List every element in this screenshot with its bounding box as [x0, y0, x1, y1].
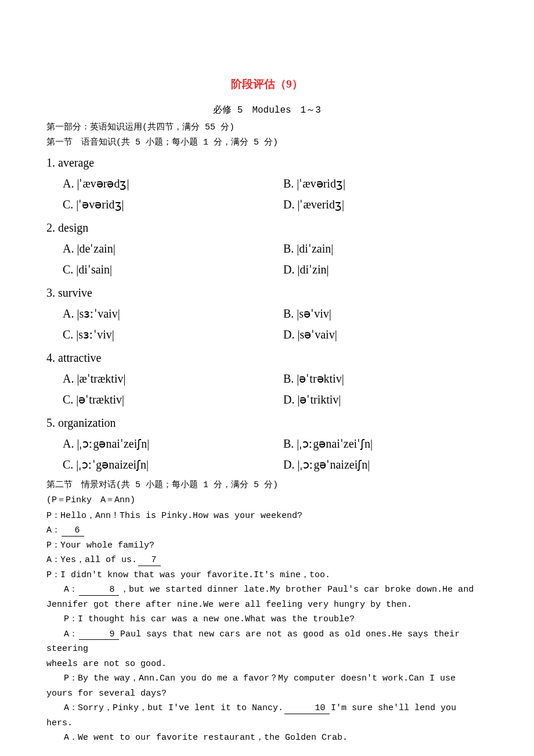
q3-opt-d: D. |səˈvaiv|	[267, 325, 488, 344]
q2-opt-d: D. |diˈzin|	[267, 260, 488, 279]
section1-heading: 第一节 语音知识(共 5 小题；每小题 1 分，满分 5 分)	[46, 136, 488, 150]
q2-options: A. |deˈzain| B. |diˈzain| C. |diˈsain| D…	[46, 238, 488, 280]
dialog-p-3: P：I didn't know that was your favorite.I…	[46, 568, 488, 583]
q2-opt-a: A. |deˈzain|	[46, 239, 267, 258]
dialog-p-2: P：Your whole family?	[46, 538, 488, 553]
section2-heading: 第二节 情景对话(共 5 小题；每小题 1 分，满分 5 分)	[46, 478, 488, 492]
q4-opt-b: B. |əˈtrəktiv|	[267, 369, 488, 388]
dialog-a-1: A： 6	[46, 523, 488, 538]
dialog-a-4: A： 9 Paul says that new cars are not as …	[46, 627, 488, 657]
q3-opt-a: A. |sɜːˈvaiv|	[46, 304, 267, 323]
dialog-p-4: P：I thought his car was a new one.What w…	[46, 612, 488, 627]
blank-10: 10	[284, 704, 330, 714]
q5-word: 5. organization	[46, 413, 488, 432]
dialog-p-5-cont: yours for several days?	[46, 686, 488, 701]
q1-opt-a: A. |ˈævərədʒ|	[46, 174, 267, 193]
q3-word: 3. survive	[46, 283, 488, 302]
dialog-a-3: A： 8 ，but we started dinner late.My brot…	[46, 582, 488, 597]
dialog-a-5-tail: I'm sure she'll lend you	[331, 703, 456, 713]
q5-opt-a: A. |ˌɔːgənaiˈzeiʃn|	[46, 434, 267, 453]
subtitle: 必修 5 Modules 1～3	[46, 103, 488, 118]
blank-6: 6	[62, 526, 84, 537]
q5-opt-b: B. |ˌɔːgənaiˈzeiˈʃn|	[267, 434, 488, 453]
dialog-a-1-prefix: A：	[46, 525, 60, 535]
q2-opt-c: C. |diˈsain|	[46, 260, 267, 279]
q1-word: 1. average	[46, 153, 488, 172]
q3-opt-c: C. |sɜːˈviv|	[46, 325, 267, 344]
dialog-a-3-cont: Jennifer got there after nine.We were al…	[46, 597, 488, 613]
blank-9: 9	[79, 630, 119, 640]
part1-heading: 第一部分：英语知识运用(共四节，满分 55 分)	[46, 121, 488, 135]
q1-options: A. |ˈævərədʒ| B. |ˈævəridʒ| C. |ˈəvəridʒ…	[46, 173, 488, 215]
q3-opt-b: B. |səˈviv|	[267, 304, 488, 323]
speaker-legend: (P＝Pinky A＝Ann)	[46, 494, 488, 507]
dialog-a-5-cont: hers.	[46, 716, 488, 731]
q4-options: A. |æˈtræktiv| B. |əˈtrəktiv| C. |əˈtræk…	[46, 368, 488, 410]
dialog-a-3-tail: ，but we started dinner late.My brother P…	[120, 585, 474, 595]
dialog-a-5: A：Sorry，Pinky，but I've lent it to Nancy.…	[46, 701, 488, 716]
blank-7: 7	[138, 556, 161, 566]
q1-opt-c: C. |ˈəvəridʒ|	[46, 195, 267, 214]
dialog-a-4-cont: wheels are not so good.	[46, 657, 488, 672]
document-page: 阶段评估（9） 必修 5 Modules 1～3 第一部分：英语知识运用(共四节…	[0, 0, 534, 756]
q2-opt-b: B. |diˈzain|	[267, 239, 488, 258]
q2-word: 2. design	[46, 218, 488, 237]
q4-opt-a: A. |æˈtræktiv|	[46, 369, 267, 388]
dialog-p-1: P：Hello，Ann！This is Pinky.How was your w…	[46, 509, 488, 524]
dialog-a-5-prefix: A：Sorry，Pinky，but I've lent it to Nancy.	[64, 703, 283, 713]
q4-opt-c: C. |əˈtræktiv|	[46, 390, 267, 409]
page-title: 阶段评估（9）	[46, 75, 488, 93]
q5-options: A. |ˌɔːgənaiˈzeiʃn| B. |ˌɔːgənaiˈzeiˈʃn|…	[46, 433, 488, 475]
q1-opt-b: B. |ˈævəridʒ|	[267, 174, 488, 193]
q1-opt-d: D. |ˈæveridʒ|	[267, 195, 488, 214]
q4-word: 4. attractive	[46, 348, 488, 367]
q3-options: A. |sɜːˈvaiv| B. |səˈviv| C. |sɜːˈviv| D…	[46, 303, 488, 345]
dialog-a-4-prefix: A：	[64, 629, 78, 639]
dialog-a-2: A：Yes，all of us. 7	[46, 553, 488, 568]
q5-opt-d: D. |ˌɔːgəˈnaizeiʃn|	[267, 455, 488, 474]
dialog-a-2-prefix: A：Yes，all of us.	[46, 555, 137, 565]
blank-8: 8	[79, 585, 119, 596]
answer-option-a: A．We went to our favorite restaurant，the…	[46, 730, 488, 746]
dialog-a-3-prefix: A：	[64, 585, 78, 595]
dialog-p-5: P：By the way，Ann.Can you do me a favor？M…	[46, 671, 488, 686]
q5-opt-c: C. |ˌɔːˈgənaizeiʃn|	[46, 455, 267, 474]
q4-opt-d: D. |əˈtriktiv|	[267, 390, 488, 409]
